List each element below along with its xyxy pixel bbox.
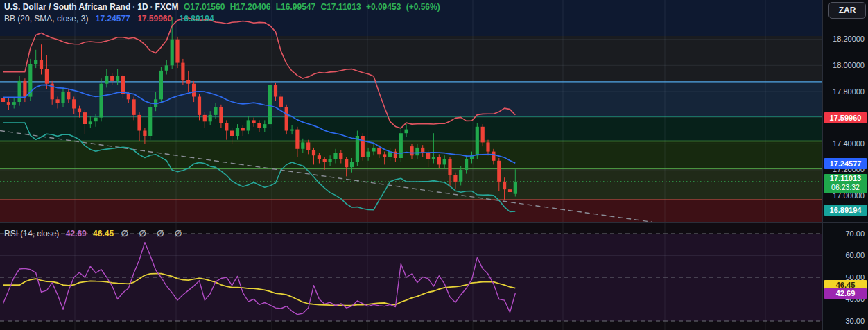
pane-divider[interactable] bbox=[0, 222, 868, 223]
change-percent: (+0.56%) bbox=[403, 2, 440, 12]
ohlc-open: O17.01560 bbox=[181, 2, 225, 12]
symbol-legend: U.S. Dollar / South African Rand·1D·FXCM… bbox=[4, 1, 440, 25]
rsi-tick-label: 30.00 bbox=[845, 317, 865, 326]
rsi-legend: RSI (14, close) 42.69 46.45 ∅ ∅ ∅ ∅ bbox=[4, 229, 186, 238]
change-absolute: +0.09453 bbox=[363, 2, 401, 12]
interval-value[interactable]: 1D bbox=[137, 2, 148, 12]
last-price-label: 17.1101306:23:32 bbox=[824, 174, 867, 193]
tradingview-chart-window: U.S. Dollar / South African Rand·1D·FXCM… bbox=[0, 0, 868, 330]
rsi-pane-canvas[interactable] bbox=[0, 223, 822, 330]
separator: · bbox=[130, 2, 137, 12]
separator: · bbox=[148, 2, 155, 12]
symbol-row: U.S. Dollar / South African Rand·1D·FXCM… bbox=[4, 1, 440, 13]
price-tick-label: 18.00000 bbox=[833, 61, 865, 70]
currency-button[interactable]: ZAR bbox=[828, 2, 866, 19]
ohlc-close: C17.11013 bbox=[318, 2, 361, 12]
ohlc-high: H17.20406 bbox=[227, 2, 271, 12]
rsi-empty-values: ∅ ∅ ∅ ∅ bbox=[116, 229, 186, 238]
rsi-tick-label: 70.00 bbox=[845, 229, 865, 238]
bb-basis-price-label: 17.24577 bbox=[824, 158, 867, 169]
rsi-indicator-label[interactable]: RSI (14, close) bbox=[4, 229, 59, 238]
rsi-axis-label: 42.69 bbox=[824, 288, 867, 299]
bb-upper-price-label: 17.59960 bbox=[824, 112, 867, 123]
price-tick-label: 17.80000 bbox=[833, 87, 865, 96]
price-tick-label: 18.20000 bbox=[833, 35, 865, 44]
bb-indicator-row: BB (20, SMA, close, 3) 17.24577 17.59960… bbox=[4, 13, 440, 25]
bb-lower-value: 16.89194 bbox=[175, 14, 214, 24]
price-tick-label: 17.40000 bbox=[833, 139, 865, 148]
rsi-tick-label: 60.00 bbox=[845, 251, 865, 260]
price-pane-canvas[interactable] bbox=[0, 0, 822, 222]
bb-lower-price-label: 16.89194 bbox=[824, 205, 867, 216]
countdown-timer: 06:23:32 bbox=[824, 183, 867, 192]
bb-upper-value: 17.59960 bbox=[132, 14, 172, 24]
symbol-title[interactable]: U.S. Dollar / South African Rand bbox=[4, 2, 130, 12]
ohlc-low: L16.99547 bbox=[273, 2, 315, 12]
rsi-value: 42.69 bbox=[62, 229, 87, 238]
bb-indicator-label[interactable]: BB (20, SMA, close, 3) bbox=[4, 14, 88, 24]
exchange-name[interactable]: FXCM bbox=[155, 2, 179, 12]
chart-area: U.S. Dollar / South African Rand·1D·FXCM… bbox=[0, 0, 822, 330]
rsi-ma-value: 46.45 bbox=[89, 229, 114, 238]
price-axis[interactable]: ZAR 18.2000018.0000017.8000017.4000017.2… bbox=[822, 0, 868, 330]
bb-basis-value: 17.24577 bbox=[91, 14, 130, 24]
